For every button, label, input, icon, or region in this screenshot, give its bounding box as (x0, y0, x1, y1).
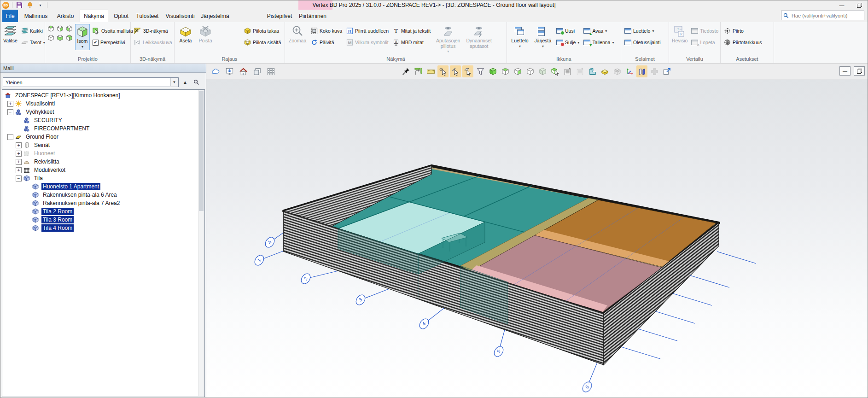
snap-line-icon[interactable] (450, 65, 461, 77)
cube-select-icon[interactable] (549, 65, 560, 77)
leikkauskuva-button[interactable]: Leikkauskuva (133, 37, 174, 47)
piilota-takaa-button[interactable]: Piilota takaa (243, 26, 282, 36)
export-icon[interactable] (661, 65, 672, 77)
aseta-button[interactable]: Aseta (176, 24, 195, 44)
tree-item[interactable]: FIRECOMPARTMENT (2, 124, 204, 133)
revisio-button[interactable]: +−R Revisio (671, 24, 688, 44)
grid-bubble[interactable]: 5 (492, 345, 505, 358)
tree-filter-combo[interactable]: Yleinen ▼ (3, 77, 179, 87)
chevron-down-icon[interactable]: ▼ (170, 78, 178, 86)
filter-icon[interactable] (475, 65, 486, 77)
axes-icon[interactable] (624, 65, 635, 77)
tree-item[interactable]: ZONESPACE [REV1->][Kimmo Honkanen] (2, 91, 204, 100)
osoita-mallista-button[interactable]: Osoita mallista (91, 26, 134, 36)
profile-icon[interactable] (587, 65, 598, 77)
tree-expander[interactable]: − (16, 176, 22, 181)
view-cube-icon[interactable] (65, 25, 74, 33)
jarjesta-button[interactable]: Järjestä ▾ (532, 24, 553, 49)
lock-screen-icon[interactable] (224, 65, 235, 77)
tallenna-button[interactable]: Tallenna▾ (582, 37, 615, 47)
restore-button[interactable] (854, 1, 865, 9)
tree-item[interactable]: Rakennuksen pinta-ala 7 Area2 (2, 199, 204, 207)
tree-item[interactable]: + Huoneet (2, 149, 204, 158)
valitse-button[interactable]: Valitse (2, 24, 18, 44)
piirto-button[interactable]: Piirto (722, 26, 763, 36)
menu-tab-file[interactable]: File (2, 10, 18, 22)
paivita-button[interactable]: Päivitä (309, 37, 344, 47)
collapse-tree-button[interactable]: ▲ (181, 78, 190, 87)
snap-plane-icon[interactable] (462, 65, 473, 77)
ruler-icon[interactable] (425, 65, 436, 77)
mitat-ja-tekstit-button[interactable]: T Mitat ja tekstit (391, 26, 432, 36)
tree-expander[interactable]: − (7, 134, 13, 140)
tree-item[interactable]: Huoneisto 1 Apartment (2, 182, 204, 191)
tasot-button[interactable]: Tasot▾ (20, 37, 47, 47)
luettelo-window-button[interactable]: Luettelo ▾ (509, 24, 531, 49)
mbd-mitat-button[interactable]: A MBD mitat (391, 37, 432, 47)
tree-item[interactable]: − Tila (2, 174, 204, 182)
xbox-icon[interactable] (612, 65, 623, 77)
view-cube-icon[interactable] (47, 25, 55, 33)
grid-bubble[interactable]: 3 (354, 293, 367, 306)
vilkuta-symbolit-button[interactable]: M Vilkuta symbolit (345, 37, 390, 47)
dynaamiset-aputasot-button[interactable]: Dynaamiset aputasot (464, 24, 494, 49)
report-icon[interactable] (562, 65, 573, 77)
cube-solid-icon[interactable] (487, 65, 498, 77)
tree-scrollbar[interactable] (198, 90, 204, 396)
tree-expander[interactable]: + (16, 142, 22, 148)
tree-item[interactable]: Rakennuksen pinta-ala 6 Area (2, 191, 204, 199)
kaikki-button[interactable]: Kaikki (20, 26, 47, 36)
menu-tab-näkymä[interactable]: Näkymä (80, 10, 108, 22)
cube-top-icon[interactable] (500, 65, 511, 77)
sulje-button[interactable]: Sulje▾ (555, 37, 581, 47)
minimize-button[interactable]: — (836, 1, 847, 9)
view-cube-icon[interactable] (47, 34, 55, 42)
tree-expander[interactable]: + (16, 167, 22, 173)
tree-expander[interactable]: + (16, 159, 22, 165)
search-input[interactable] (791, 12, 862, 19)
poista-button[interactable]: Poista (196, 24, 215, 44)
grid-bubble[interactable]: 4 (418, 317, 431, 330)
koko-kuva-button[interactable]: Koko kuva (309, 26, 344, 36)
tree-item[interactable]: Tila 2 Room (2, 207, 204, 216)
slab-icon[interactable] (599, 65, 610, 77)
report-list-icon[interactable] (574, 65, 585, 77)
walls-icon[interactable] (636, 65, 647, 77)
home-icon[interactable] (238, 65, 249, 77)
menu-tab-optiot[interactable]: Optiot (111, 10, 131, 22)
tree-item[interactable]: − Vyöhykkeet (2, 108, 204, 116)
tree-item[interactable]: + Visualisointi (2, 100, 204, 108)
menu-tab-pistepilvet[interactable]: Pistepilvet (265, 10, 294, 22)
oletussijainti-button[interactable]: Oletussijainti (623, 37, 662, 47)
tree-expander[interactable] (16, 117, 22, 123)
menu-tab-mallinnus[interactable]: Mallinnus (21, 10, 51, 22)
mdi-restore-button[interactable] (854, 66, 865, 76)
luettelo-browser-button[interactable]: Luettelo▾ (623, 26, 662, 36)
grid-icon[interactable] (265, 65, 276, 77)
3d-nakyma-button[interactable]: 3D-näkymä (133, 26, 174, 36)
grid-bubble[interactable]: A (263, 235, 276, 249)
piirra-uudelleen-button[interactable]: R Piirrä uudelleen (345, 26, 390, 36)
view-cube-icon[interactable] (56, 25, 64, 33)
grid-bubble[interactable]: 1 (253, 253, 266, 267)
tree-expander[interactable]: + (16, 151, 22, 157)
tree-expander[interactable]: − (7, 109, 13, 115)
tiedosto-button[interactable]: Tiedosto (690, 26, 720, 36)
menu-tab-järjestelmä[interactable]: Järjestelmä (199, 10, 231, 22)
cube-outline-icon[interactable] (524, 65, 536, 77)
uusi-button[interactable]: Uusi (555, 26, 581, 36)
tree-item[interactable]: + Moduliverkot (2, 166, 204, 174)
mdi-minimize-button[interactable]: — (839, 66, 851, 76)
snap-point-icon[interactable] (437, 65, 449, 77)
tree-item[interactable]: − Ground Floor (2, 133, 204, 141)
avaa-button[interactable]: Avaa▾ (582, 26, 615, 36)
cube-pale-icon[interactable] (537, 65, 548, 77)
cloud-icon[interactable] (210, 65, 221, 77)
grid-bubble[interactable]: 2 (299, 272, 312, 285)
scrollbar-thumb[interactable] (199, 91, 204, 211)
tree-search-button[interactable] (192, 78, 201, 87)
menu-tab-visualisointi[interactable]: Visualisointi (163, 10, 197, 22)
tree-item[interactable]: + Seinät (2, 141, 204, 149)
zoomaa-button[interactable]: Zoomaa (287, 24, 308, 44)
menu-tab-arkisto[interactable]: Arkisto (54, 10, 77, 22)
